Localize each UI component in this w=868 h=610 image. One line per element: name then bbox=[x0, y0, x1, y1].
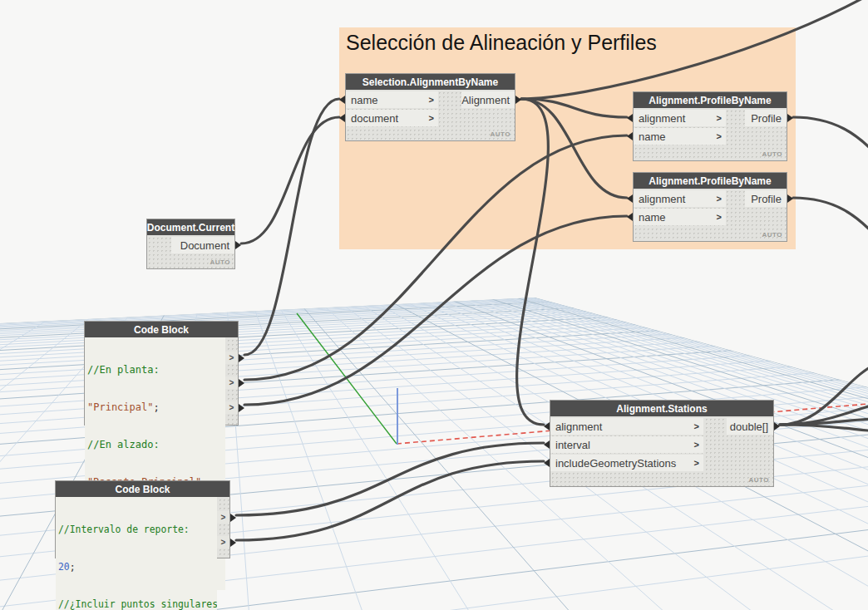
node-alignment-profilebyname-2[interactable]: Alignment.ProfileByName alignment name P… bbox=[633, 172, 787, 242]
node-alignment-stations[interactable]: Alignment.Stations alignment interval in… bbox=[550, 400, 774, 487]
node-alignment-profilebyname-1[interactable]: Alignment.ProfileByName alignment name P… bbox=[633, 91, 787, 161]
input-port-includegeometrystations[interactable]: includeGeometryStations bbox=[550, 455, 703, 471]
port-chevron-icon bbox=[429, 113, 434, 123]
lacing-badge[interactable]: AUTO bbox=[748, 476, 769, 484]
port-connector-icon[interactable] bbox=[239, 404, 244, 412]
output-port-0[interactable] bbox=[225, 352, 238, 364]
port-chevron-icon bbox=[429, 95, 434, 105]
port-connector-icon[interactable] bbox=[544, 459, 550, 467]
output-port-1[interactable] bbox=[217, 536, 229, 549]
output-port-profile[interactable]: Profile bbox=[745, 110, 787, 126]
port-connector-icon[interactable] bbox=[787, 194, 793, 203]
node-selection-alignmentbyname[interactable]: Selection.AlignmentByName name document … bbox=[345, 73, 515, 141]
port-connector-icon[interactable] bbox=[239, 379, 244, 387]
port-connector-icon[interactable] bbox=[544, 422, 550, 430]
lacing-badge[interactable]: AUTO bbox=[762, 150, 782, 158]
wire-selection_alignment_by_name.Alignment-to-alignment_profile_by_name_2.alignment[interactable] bbox=[521, 99, 627, 198]
output-port-0[interactable] bbox=[217, 511, 229, 524]
port-connector-icon[interactable] bbox=[235, 241, 241, 249]
port-connector-icon[interactable] bbox=[515, 96, 521, 104]
output-port-2[interactable] bbox=[225, 401, 238, 414]
node-header[interactable]: Code Block bbox=[56, 481, 229, 497]
input-port-name[interactable]: name bbox=[634, 128, 726, 145]
port-chevron-icon bbox=[694, 421, 699, 431]
wire-selection_alignment_by_name.Alignment-to-alignment_stations.alignment[interactable] bbox=[517, 99, 549, 425]
port-chevron-icon bbox=[717, 194, 722, 204]
node-code-block-2[interactable]: Code Block //Intervalo de reporte: 20; /… bbox=[55, 480, 230, 558]
input-port-interval[interactable]: interval bbox=[550, 436, 703, 453]
output-port-1[interactable] bbox=[225, 376, 238, 389]
lacing-badge[interactable]: AUTO bbox=[762, 231, 782, 239]
output-port-profile[interactable]: Profile bbox=[745, 190, 787, 207]
port-connector-icon[interactable] bbox=[627, 213, 633, 221]
port-chevron-icon bbox=[694, 440, 699, 450]
wire-code_block_1.out0-to-selection_alignment_by_name.name[interactable] bbox=[244, 99, 339, 355]
port-connector-icon[interactable] bbox=[627, 132, 633, 140]
code-editor[interactable]: //Intervalo de reporte: 20; //¿Incluir p… bbox=[56, 497, 217, 610]
port-connector-icon[interactable] bbox=[627, 194, 633, 203]
node-code-block-1[interactable]: Code Block //En planta: "Principal"; //E… bbox=[84, 321, 239, 426]
input-port-name[interactable]: name bbox=[634, 209, 726, 225]
lacing-badge[interactable]: AUTO bbox=[490, 130, 510, 138]
wire-alignment_profile_by_name_1.Profile-to-offscreen_right_1[interactable] bbox=[793, 117, 868, 156]
node-header[interactable]: Alignment.ProfileByName bbox=[634, 92, 787, 108]
port-connector-icon[interactable] bbox=[544, 440, 550, 449]
port-chevron-icon bbox=[717, 113, 722, 123]
wire-code_block_2.out1-to-alignment_stations.includeGeometryStations[interactable] bbox=[236, 461, 544, 540]
input-port-name[interactable]: name bbox=[346, 91, 438, 108]
port-chevron-icon bbox=[694, 458, 699, 468]
wire-code_block_1.out2-to-alignment_profile_by_name_2.name[interactable] bbox=[244, 216, 627, 405]
lacing-badge[interactable]: AUTO bbox=[210, 258, 230, 266]
wire-alignment_profile_by_name_2.Profile-to-offscreen_right_2[interactable] bbox=[793, 198, 868, 239]
port-connector-icon[interactable] bbox=[230, 514, 236, 522]
node-header[interactable]: Alignment.Stations bbox=[550, 401, 773, 416]
node-header[interactable]: Selection.AlignmentByName bbox=[346, 74, 515, 90]
port-connector-icon[interactable] bbox=[787, 114, 793, 122]
input-port-alignment[interactable]: alignment bbox=[634, 110, 726, 126]
node-header[interactable]: Document.Current bbox=[147, 219, 234, 235]
port-connector-icon[interactable] bbox=[239, 354, 244, 362]
port-connector-icon[interactable] bbox=[339, 96, 345, 104]
input-port-alignment[interactable]: alignment bbox=[550, 418, 703, 435]
node-document-current[interactable]: Document.Current Document AUTO bbox=[146, 219, 235, 269]
port-connector-icon[interactable] bbox=[627, 114, 633, 122]
dynamo-workspace[interactable]: Selección de Alineación y Perfiles Selec… bbox=[0, 0, 868, 610]
output-port-alignment[interactable]: Alignment bbox=[461, 91, 515, 108]
port-chevron-icon bbox=[717, 131, 722, 141]
wire-code_block_2.out0-to-alignment_stations.interval[interactable] bbox=[236, 443, 544, 515]
wire-selection_alignment_by_name.Alignment-to-offscreen_top_right[interactable] bbox=[521, 0, 868, 99]
input-port-alignment[interactable]: alignment bbox=[634, 190, 726, 207]
port-connector-icon[interactable] bbox=[774, 422, 780, 430]
node-header[interactable]: Alignment.ProfileByName bbox=[634, 173, 787, 189]
wire-alignment_stations.double[]-to-offscreen_right_3[interactable] bbox=[780, 363, 868, 425]
wire-document_current.Document-to-selection_alignment_by_name.document[interactable] bbox=[241, 117, 339, 244]
port-chevron-icon bbox=[717, 212, 722, 222]
input-port-document[interactable]: document bbox=[346, 110, 438, 126]
port-connector-icon[interactable] bbox=[339, 114, 345, 122]
port-connector-icon[interactable] bbox=[230, 539, 236, 547]
output-port-document[interactable]: Document bbox=[171, 237, 234, 253]
output-port-double-array[interactable]: double[] bbox=[727, 418, 773, 435]
node-header[interactable]: Code Block bbox=[85, 322, 238, 337]
wire-alignment_stations.double[]-to-offscreen_right_6[interactable] bbox=[780, 425, 868, 431]
